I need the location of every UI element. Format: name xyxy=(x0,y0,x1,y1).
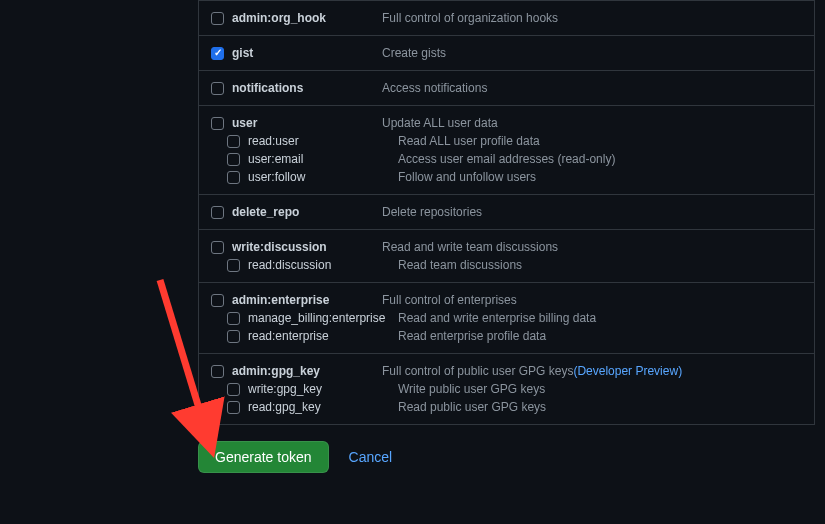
scope-label[interactable]: gist xyxy=(232,46,382,60)
scope-line: gistCreate gists xyxy=(211,44,802,62)
scope-checkbox[interactable] xyxy=(211,294,224,307)
scope-description: Update ALL user data xyxy=(382,116,498,130)
scope-description: Read and write team discussions xyxy=(382,240,558,254)
scope-row: write:discussionRead and write team disc… xyxy=(199,230,814,283)
scope-row: delete_repoDelete repositories xyxy=(199,195,814,230)
scope-subline: user:emailAccess user email addresses (r… xyxy=(211,150,802,168)
scope-description: Full control of enterprises xyxy=(382,293,517,307)
scope-line: delete_repoDelete repositories xyxy=(211,203,802,221)
scope-description: Read and write enterprise billing data xyxy=(398,311,596,325)
scope-subline: read:discussionRead team discussions xyxy=(211,256,802,274)
generate-token-button[interactable]: Generate token xyxy=(198,441,329,473)
scope-subline: user:followFollow and unfollow users xyxy=(211,168,802,186)
scope-description: Follow and unfollow users xyxy=(398,170,536,184)
scope-label[interactable]: read:user xyxy=(248,134,398,148)
scope-subline: read:gpg_keyRead public user GPG keys xyxy=(211,398,802,416)
developer-preview-link[interactable]: (Developer Preview) xyxy=(573,364,682,378)
scope-line: notificationsAccess notifications xyxy=(211,79,802,97)
scope-label[interactable]: notifications xyxy=(232,81,382,95)
scope-label[interactable]: user:follow xyxy=(248,170,398,184)
scope-label[interactable]: user xyxy=(232,116,382,130)
scope-checkbox[interactable] xyxy=(211,117,224,130)
scope-row: userUpdate ALL user data read:userRead A… xyxy=(199,106,814,195)
form-actions: Generate token Cancel xyxy=(198,441,825,473)
scope-label[interactable]: delete_repo xyxy=(232,205,382,219)
scope-checkbox[interactable] xyxy=(211,206,224,219)
scope-row: gistCreate gists xyxy=(199,36,814,71)
scope-description: Read enterprise profile data xyxy=(398,329,546,343)
scope-label[interactable]: admin:org_hook xyxy=(232,11,382,25)
scope-line: admin:gpg_keyFull control of public user… xyxy=(211,362,802,380)
scope-row: admin:org_hookFull control of organizati… xyxy=(199,1,814,36)
scope-label[interactable]: read:gpg_key xyxy=(248,400,398,414)
scope-subline: read:enterpriseRead enterprise profile d… xyxy=(211,327,802,345)
scope-label[interactable]: admin:enterprise xyxy=(232,293,382,307)
scope-label[interactable]: admin:gpg_key xyxy=(232,364,382,378)
scope-row: admin:enterpriseFull control of enterpri… xyxy=(199,283,814,354)
scope-line: admin:enterpriseFull control of enterpri… xyxy=(211,291,802,309)
scope-checkbox[interactable] xyxy=(227,153,240,166)
scope-checkbox[interactable] xyxy=(211,365,224,378)
scope-subline: read:userRead ALL user profile data xyxy=(211,132,802,150)
scope-description: Write public user GPG keys xyxy=(398,382,545,396)
scope-label[interactable]: write:gpg_key xyxy=(248,382,398,396)
scope-description: Delete repositories xyxy=(382,205,482,219)
scope-checkbox[interactable] xyxy=(211,47,224,60)
scope-checkbox[interactable] xyxy=(227,312,240,325)
scope-label[interactable]: read:enterprise xyxy=(248,329,398,343)
scope-description: Create gists xyxy=(382,46,446,60)
scope-subline: write:gpg_keyWrite public user GPG keys xyxy=(211,380,802,398)
scope-checkbox[interactable] xyxy=(211,12,224,25)
scopes-table: admin:org_hookFull control of organizati… xyxy=(198,0,815,425)
scope-line: userUpdate ALL user data xyxy=(211,114,802,132)
scope-checkbox[interactable] xyxy=(227,401,240,414)
scope-label[interactable]: read:discussion xyxy=(248,258,398,272)
scope-description: Read public user GPG keys xyxy=(398,400,546,414)
scope-subline: manage_billing:enterpriseRead and write … xyxy=(211,309,802,327)
scope-description: Read ALL user profile data xyxy=(398,134,540,148)
scope-row: admin:gpg_keyFull control of public user… xyxy=(199,354,814,425)
scope-label[interactable]: manage_billing:enterprise xyxy=(248,311,398,325)
scope-label[interactable]: write:discussion xyxy=(232,240,382,254)
scope-description: Full control of organization hooks xyxy=(382,11,558,25)
scope-label[interactable]: user:email xyxy=(248,152,398,166)
scope-checkbox[interactable] xyxy=(211,241,224,254)
scope-checkbox[interactable] xyxy=(211,82,224,95)
scope-description: Access notifications xyxy=(382,81,487,95)
scope-checkbox[interactable] xyxy=(227,171,240,184)
scope-description: Full control of public user GPG keys xyxy=(382,364,573,378)
scope-checkbox[interactable] xyxy=(227,259,240,272)
scope-description: Read team discussions xyxy=(398,258,522,272)
scope-checkbox[interactable] xyxy=(227,383,240,396)
scope-description: Access user email addresses (read-only) xyxy=(398,152,615,166)
scope-checkbox[interactable] xyxy=(227,330,240,343)
scope-row: notificationsAccess notifications xyxy=(199,71,814,106)
cancel-link[interactable]: Cancel xyxy=(349,449,393,465)
scope-line: admin:org_hookFull control of organizati… xyxy=(211,9,802,27)
scope-line: write:discussionRead and write team disc… xyxy=(211,238,802,256)
scope-checkbox[interactable] xyxy=(227,135,240,148)
